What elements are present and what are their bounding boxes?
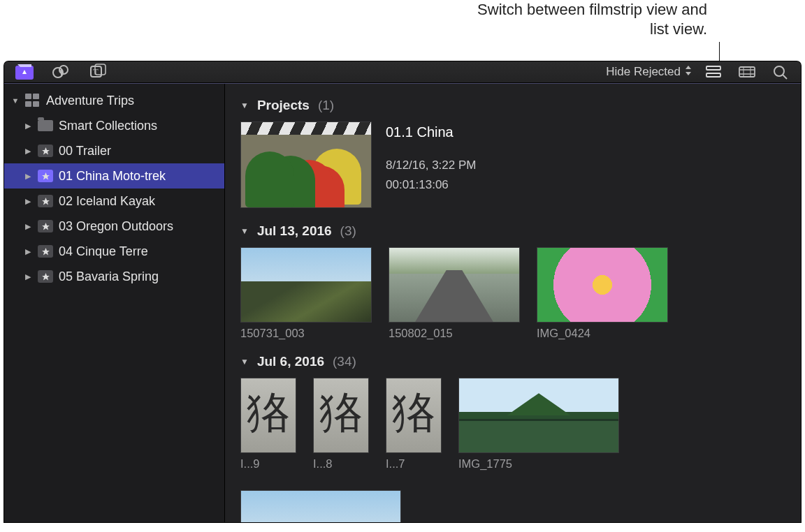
clip-thumbnail[interactable] [240,490,401,522]
event-star-icon [38,270,53,283]
project-duration: 00:01:13:06 [386,178,476,192]
clip-filter-label: Hide Rejected [606,65,681,79]
project-title: 01.1 China [386,124,476,140]
clip-item[interactable]: I...8 [313,378,369,471]
sidebar-item[interactable]: ▶Smart Collections [4,113,224,138]
disclosure-triangle-icon[interactable]: ▶ [24,222,32,231]
disclosure-triangle-icon[interactable]: ▶ [24,197,32,206]
svg-marker-8 [686,66,691,69]
clip-appearance-button[interactable] [735,61,759,82]
clip-label: I...8 [313,457,369,471]
clip-thumbnail[interactable] [386,378,442,453]
sidebar-item[interactable]: ▶05 Bavaria Spring [4,264,224,289]
clip-item[interactable]: I...9 [240,378,296,471]
event-star-icon [38,170,53,182]
browser-window: T Hide Rejected ▼ Adventure Trips [4,61,801,522]
projects-section-header[interactable]: ▼ Projects (1) [240,98,785,113]
disclosure-triangle-icon[interactable]: ▶ [24,147,32,156]
clip-thumbnail[interactable] [313,378,369,453]
clip-label: 150802_015 [389,327,520,340]
disclosure-triangle-icon: ▼ [240,357,249,367]
clip-thumbnail[interactable] [240,378,296,453]
svg-rect-11 [706,73,720,77]
folder-icon [38,120,53,131]
svg-marker-22 [42,223,50,230]
titles-generators-tab[interactable]: T [85,61,109,82]
disclosure-triangle-icon[interactable]: ▶ [24,172,32,181]
clip-label: I...9 [240,457,296,471]
svg-point-4 [59,66,68,74]
section-count: (34) [333,354,356,369]
svg-line-18 [783,75,787,79]
clip-thumbnail[interactable] [537,247,668,323]
clip-label: 150731_003 [240,327,372,340]
clip-thumbnail[interactable] [240,247,372,323]
event-star-icon [38,220,53,232]
clip-label: IMG_1775 [458,457,619,471]
sidebar-item[interactable]: ▶02 Iceland Kayak [4,189,224,214]
sidebar-item[interactable]: ▶01 China Moto-trek [4,163,224,189]
clapperboard-icon [241,122,371,135]
dropdown-arrows-icon [685,65,692,79]
svg-marker-20 [42,172,50,179]
library-row[interactable]: ▼ Adventure Trips [4,88,224,113]
clip-label: IMG_0424 [537,327,668,340]
clip-grid: I...9I...8I...7IMG_1775IMG_1078 [240,378,785,522]
section-count: (3) [340,223,356,239]
sidebar-item-label: 04 Cinque Terre [59,244,148,259]
disclosure-triangle-icon[interactable]: ▶ [24,247,32,256]
library-name: Adventure Trips [46,94,134,108]
clip-thumbnail[interactable] [458,378,619,453]
svg-marker-9 [686,72,691,75]
disclosure-triangle-icon[interactable]: ▼ [11,96,20,105]
disclosure-triangle-icon[interactable]: ▶ [24,121,32,131]
clip-item[interactable]: 150731_003 [240,247,372,340]
sidebar-item[interactable]: ▶03 Oregon Outdoors [4,214,224,239]
view-toggle-button[interactable] [702,61,725,82]
project-date: 8/12/16, 3:22 PM [386,158,476,172]
clip-item[interactable]: I...7 [386,378,442,471]
clip-item[interactable]: 150802_015 [389,247,520,340]
sidebar-item-label: 00 Trailer [59,144,111,158]
event-star-icon [38,145,53,157]
toolbar: T Hide Rejected [4,61,801,83]
callout-text: Switch between filmstrip view and list v… [470,0,707,38]
sidebar-item-label: 01 China Moto-trek [59,169,166,184]
sidebar-item-label: 03 Oregon Outdoors [59,219,173,234]
section-title: Jul 6, 2016 [257,354,324,369]
clip-item[interactable]: IMG_1078 [240,490,401,522]
sidebar-item[interactable]: ▶00 Trailer [4,138,224,163]
sidebar-item-label: 05 Bavaria Spring [59,269,159,284]
photos-audio-tab[interactable] [49,61,73,82]
svg-point-17 [774,66,784,76]
project-thumbnail[interactable] [240,121,372,208]
clip-filter-dropdown[interactable]: Hide Rejected [606,65,692,79]
disclosure-triangle-icon[interactable]: ▶ [24,272,32,281]
clip-item[interactable]: IMG_1775 [458,378,619,471]
date-section-header[interactable]: ▼Jul 6, 2016(34) [240,354,785,369]
event-star-icon [38,245,53,258]
clip-grid: 150731_003150802_015IMG_0424 [240,247,785,340]
section-count: (1) [318,98,334,113]
thumbnail-image [241,135,371,207]
svg-marker-19 [42,147,50,154]
media-library-tab[interactable] [13,61,36,82]
clip-item[interactable]: IMG_0424 [537,247,668,340]
svg-marker-24 [42,273,50,280]
search-button[interactable] [769,61,792,82]
date-section-header[interactable]: ▼Jul 13, 2016(3) [240,223,785,239]
clip-label: I...7 [386,457,442,471]
svg-text:T: T [93,67,99,77]
sidebar-item-label: 02 Iceland Kayak [59,194,155,209]
svg-marker-23 [42,248,50,255]
event-star-icon [38,195,53,207]
svg-rect-12 [739,67,755,77]
libraries-sidebar: ▼ Adventure Trips ▶Smart Collections▶00 … [4,84,225,522]
clip-thumbnail[interactable] [389,247,520,323]
section-title: Projects [257,98,310,113]
project-item[interactable]: 01.1 China 8/12/16, 3:22 PM 00:01:13:06 [240,121,785,208]
sidebar-item[interactable]: ▶04 Cinque Terre [4,239,224,264]
svg-marker-21 [42,198,50,205]
clip-browser: ▼ Projects (1) 01.1 China 8/12/16, 3:22 … [225,84,801,522]
disclosure-triangle-icon: ▼ [240,226,249,236]
